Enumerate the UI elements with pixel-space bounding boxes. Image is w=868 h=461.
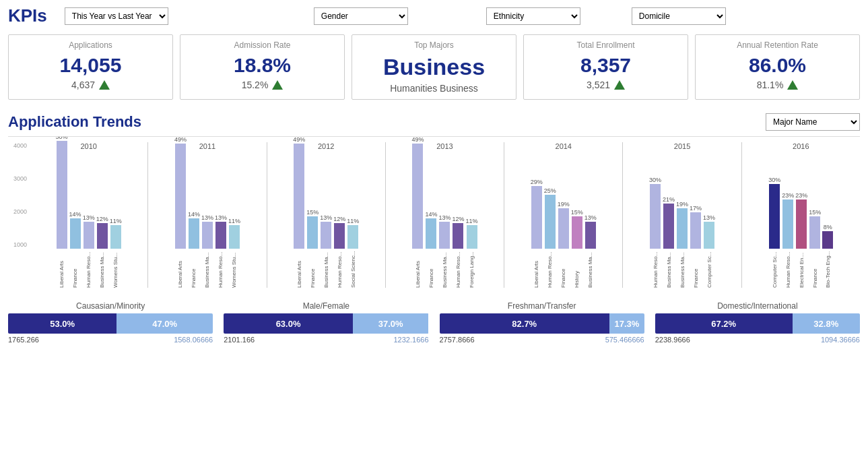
bar-rect (545, 195, 556, 249)
bar-col: 23%Human Reso... (782, 192, 794, 288)
bar-pct-label: 13% (585, 214, 597, 221)
stacked-numbers-0: 1765.2661568.06666 (8, 336, 213, 344)
kpi-value-majors: Business (360, 54, 508, 80)
bar-col: 14%Finance (425, 211, 437, 288)
bar-pct-label: 30% (649, 177, 661, 183)
bar-label: Business Ma... (204, 251, 210, 288)
stacked-bar-0: 53.0%47.0% (8, 313, 213, 334)
kpi-sub-admission: 15.2% (242, 80, 269, 90)
bar-label: Finance (560, 251, 566, 288)
stacked-label-2: Freshman/Transfer (440, 301, 644, 311)
bars-area-2011: 49%Liberal Arts14%Finance13%Business Ma.… (151, 153, 263, 288)
bars-area-2010: 50%Liberal Arts14%Finance13%Human Reso..… (32, 153, 145, 288)
stacked-seg-right: 47.0% (116, 313, 213, 334)
arrow-up-icon (272, 80, 283, 90)
bar-label: Liberal Arts (415, 251, 421, 288)
bar-col: 14%Finance (69, 211, 81, 288)
bars-area-2016: 30%Computer Sc...23%Human Reso...23%Elec… (745, 153, 857, 288)
bar-col: 8%Bio-Tech Eng... (822, 224, 833, 288)
bar-rect (84, 222, 94, 249)
kpi-sub-applications: 4,637 (71, 80, 95, 90)
bar-pct-label: 50% (56, 136, 68, 140)
stacked-label-1: Male/Female (224, 301, 428, 311)
year-label-2013: 2013 (389, 142, 501, 150)
bar-col: 49%Liberal Arts (293, 136, 305, 288)
year-group-2013: 201349%Liberal Arts14%Finance13%Business… (386, 142, 504, 288)
bars-area-2013: 49%Liberal Arts14%Finance13%Business Ma.… (389, 153, 501, 288)
bar-col: 13%Computer Sc... (703, 214, 715, 288)
bar-label: Womens Stu... (112, 251, 119, 288)
year-label-2011: 2011 (151, 142, 263, 150)
major-name-dropdown[interactable]: Major Name (766, 113, 860, 131)
bar-pct-label: 8% (824, 224, 832, 230)
bar-rect (202, 222, 213, 249)
bar-col: 15%Finance (306, 209, 319, 288)
bar-label: Business Ma... (442, 251, 448, 288)
bar-rect (531, 186, 542, 249)
bar-pct-label: 15% (571, 209, 583, 216)
bar-rect (229, 225, 240, 249)
bar-label: Computer Sc... (772, 251, 778, 288)
kpi-card-enrollment: Total Enrollment 8,357 3,521 (523, 34, 688, 100)
bar-label: Human Reso... (218, 251, 224, 288)
gender-dropdown[interactable]: Gender Male Female (314, 7, 408, 25)
bar-pct-label: 11% (347, 218, 359, 224)
bar-rect (321, 222, 331, 249)
bar-col: 15%Finance (809, 209, 821, 288)
bar-pct-label: 25% (544, 187, 556, 194)
bar-pct-label: 23% (795, 192, 807, 199)
year-label-2012: 2012 (270, 142, 382, 150)
ethnicity-dropdown[interactable]: Ethnicity Caucasian Minority (486, 7, 580, 25)
bar-col: 49%Liberal Arts (411, 136, 424, 288)
stacked-bar-1: 63.0%37.0% (224, 313, 428, 334)
bar-rect (334, 223, 345, 249)
domicile-dropdown[interactable]: Domicile Domestic International (632, 7, 726, 25)
bar-label: Liberal Arts (296, 251, 302, 288)
stacked-seg-left: 63.0% (224, 313, 353, 334)
bar-pct-label: 13% (438, 214, 450, 221)
bars-area-2014: 29%Liberal Arts25%Human Reso...19%Financ… (507, 153, 620, 288)
bar-pct-label: 13% (215, 214, 227, 221)
year-group-2016: 201630%Computer Sc...23%Human Reso...23%… (742, 142, 860, 288)
stacked-label-0: Causasian/Minority (8, 301, 213, 311)
bar-rect (663, 204, 674, 249)
bar-col: 19%Business Ma... (676, 201, 688, 288)
bar-label: Electrical Eng... (799, 251, 805, 288)
trends-header: Application Trends Major Name (8, 113, 860, 131)
bar-pct-label: 49% (174, 136, 187, 143)
bar-col: 13%Business Ma... (438, 214, 450, 288)
bar-pct-label: 13% (201, 214, 213, 221)
bar-col: 30%Computer Sc... (768, 177, 780, 288)
bar-label: Human Reso... (785, 251, 791, 288)
stacked-numbers-2: 2757.8666575.466666 (440, 336, 644, 344)
year-group-2014: 201429%Liberal Arts25%Human Reso...19%Fi… (504, 142, 623, 288)
stacked-num-right: 1568.06666 (174, 336, 213, 344)
stacked-group-3: Domestic/International67.2%32.8%2238.966… (655, 301, 860, 344)
kpi-card-applications: Applications 14,055 4,637 (8, 34, 173, 100)
y-axis: 4000 3000 2000 1000 (8, 142, 30, 277)
bar-rect (97, 223, 108, 249)
kpi-label-retention: Annual Retention Rate (704, 40, 851, 50)
bar-pct-label: 15% (809, 209, 821, 216)
time-dropdown[interactable]: This Year vs Last Year This Year Last Ye… (65, 7, 168, 25)
stacked-num-left: 2101.166 (224, 336, 255, 344)
bar-col: 13%Human Reso... (215, 214, 227, 288)
bar-label: Liberal Arts (533, 251, 539, 288)
bar-pct-label: 12% (333, 216, 345, 222)
kpi-value-retention: 86.0% (704, 54, 851, 77)
stacked-numbers-1: 2101.1661232.1666 (224, 336, 428, 344)
bar-rect (189, 218, 199, 249)
bar-col: 19%Finance (558, 201, 570, 288)
bar-pct-label: 11% (228, 218, 240, 224)
bar-pct-label: 19% (558, 201, 570, 208)
kpi-sub-majors: Humanities Business (390, 83, 478, 94)
bottom-section: Causasian/Minority53.0%47.0%1765.2661568… (0, 296, 868, 349)
year-group-2010: 201050%Liberal Arts14%Finance13%Human Re… (30, 142, 148, 288)
trends-title: Application Trends (8, 113, 141, 131)
bar-label: Finance (72, 251, 78, 288)
bar-label: Liberal Arts (177, 251, 183, 288)
bar-label: Human Reso... (86, 251, 92, 288)
year-group-2011: 201149%Liberal Arts14%Finance13%Business… (148, 142, 267, 288)
bar-col: 23%Electrical Eng... (795, 192, 807, 288)
bar-label: Finance (310, 251, 316, 288)
